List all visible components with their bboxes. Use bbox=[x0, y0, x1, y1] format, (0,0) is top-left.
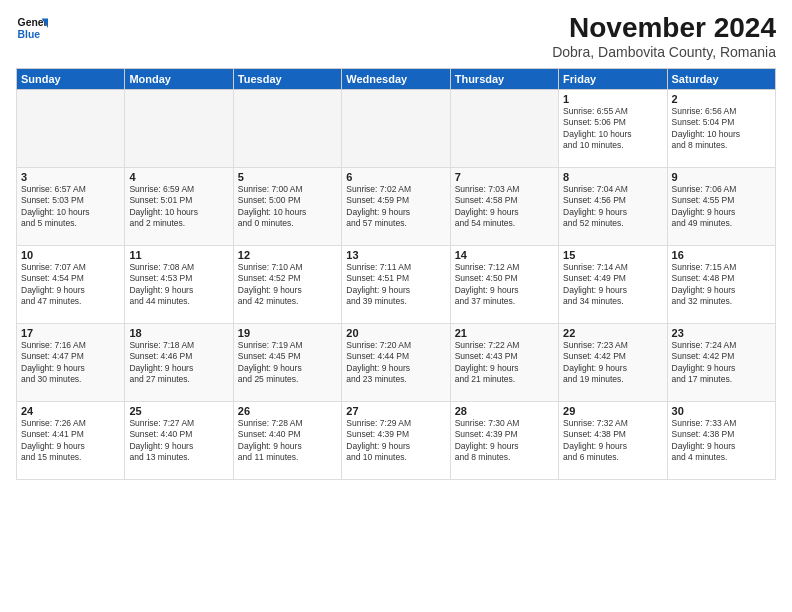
calendar-cell: 15Sunrise: 7:14 AM Sunset: 4:49 PM Dayli… bbox=[559, 246, 667, 324]
day-number: 30 bbox=[672, 405, 771, 417]
calendar-week-5: 24Sunrise: 7:26 AM Sunset: 4:41 PM Dayli… bbox=[17, 402, 776, 480]
day-number: 18 bbox=[129, 327, 228, 339]
calendar-cell bbox=[233, 90, 341, 168]
calendar-cell: 3Sunrise: 6:57 AM Sunset: 5:03 PM Daylig… bbox=[17, 168, 125, 246]
subtitle: Dobra, Dambovita County, Romania bbox=[552, 44, 776, 60]
day-detail: Sunrise: 7:33 AM Sunset: 4:38 PM Dayligh… bbox=[672, 418, 771, 464]
day-detail: Sunrise: 7:18 AM Sunset: 4:46 PM Dayligh… bbox=[129, 340, 228, 386]
day-number: 14 bbox=[455, 249, 554, 261]
day-number: 3 bbox=[21, 171, 120, 183]
day-detail: Sunrise: 6:57 AM Sunset: 5:03 PM Dayligh… bbox=[21, 184, 120, 230]
day-number: 28 bbox=[455, 405, 554, 417]
day-detail: Sunrise: 7:32 AM Sunset: 4:38 PM Dayligh… bbox=[563, 418, 662, 464]
day-detail: Sunrise: 7:16 AM Sunset: 4:47 PM Dayligh… bbox=[21, 340, 120, 386]
day-number: 29 bbox=[563, 405, 662, 417]
calendar-cell: 7Sunrise: 7:03 AM Sunset: 4:58 PM Daylig… bbox=[450, 168, 558, 246]
calendar-cell: 14Sunrise: 7:12 AM Sunset: 4:50 PM Dayli… bbox=[450, 246, 558, 324]
title-block: November 2024 Dobra, Dambovita County, R… bbox=[552, 12, 776, 60]
calendar-cell bbox=[342, 90, 450, 168]
day-detail: Sunrise: 7:26 AM Sunset: 4:41 PM Dayligh… bbox=[21, 418, 120, 464]
day-number: 26 bbox=[238, 405, 337, 417]
day-number: 5 bbox=[238, 171, 337, 183]
day-detail: Sunrise: 7:07 AM Sunset: 4:54 PM Dayligh… bbox=[21, 262, 120, 308]
weekday-header-row: SundayMondayTuesdayWednesdayThursdayFrid… bbox=[17, 69, 776, 90]
day-detail: Sunrise: 7:30 AM Sunset: 4:39 PM Dayligh… bbox=[455, 418, 554, 464]
day-number: 20 bbox=[346, 327, 445, 339]
logo: General Blue bbox=[16, 12, 48, 44]
calendar-cell: 11Sunrise: 7:08 AM Sunset: 4:53 PM Dayli… bbox=[125, 246, 233, 324]
calendar-cell: 26Sunrise: 7:28 AM Sunset: 4:40 PM Dayli… bbox=[233, 402, 341, 480]
day-detail: Sunrise: 7:23 AM Sunset: 4:42 PM Dayligh… bbox=[563, 340, 662, 386]
weekday-header-monday: Monday bbox=[125, 69, 233, 90]
day-number: 1 bbox=[563, 93, 662, 105]
day-number: 4 bbox=[129, 171, 228, 183]
weekday-header-sunday: Sunday bbox=[17, 69, 125, 90]
day-detail: Sunrise: 7:03 AM Sunset: 4:58 PM Dayligh… bbox=[455, 184, 554, 230]
calendar-week-2: 3Sunrise: 6:57 AM Sunset: 5:03 PM Daylig… bbox=[17, 168, 776, 246]
calendar-cell: 9Sunrise: 7:06 AM Sunset: 4:55 PM Daylig… bbox=[667, 168, 775, 246]
day-detail: Sunrise: 7:11 AM Sunset: 4:51 PM Dayligh… bbox=[346, 262, 445, 308]
day-number: 27 bbox=[346, 405, 445, 417]
calendar-cell bbox=[450, 90, 558, 168]
calendar-cell: 23Sunrise: 7:24 AM Sunset: 4:42 PM Dayli… bbox=[667, 324, 775, 402]
day-detail: Sunrise: 7:20 AM Sunset: 4:44 PM Dayligh… bbox=[346, 340, 445, 386]
weekday-header-saturday: Saturday bbox=[667, 69, 775, 90]
calendar-cell: 24Sunrise: 7:26 AM Sunset: 4:41 PM Dayli… bbox=[17, 402, 125, 480]
weekday-header-tuesday: Tuesday bbox=[233, 69, 341, 90]
day-number: 25 bbox=[129, 405, 228, 417]
day-detail: Sunrise: 7:14 AM Sunset: 4:49 PM Dayligh… bbox=[563, 262, 662, 308]
day-number: 23 bbox=[672, 327, 771, 339]
day-detail: Sunrise: 7:10 AM Sunset: 4:52 PM Dayligh… bbox=[238, 262, 337, 308]
day-number: 8 bbox=[563, 171, 662, 183]
calendar-cell: 21Sunrise: 7:22 AM Sunset: 4:43 PM Dayli… bbox=[450, 324, 558, 402]
weekday-header-friday: Friday bbox=[559, 69, 667, 90]
day-number: 2 bbox=[672, 93, 771, 105]
calendar-cell bbox=[125, 90, 233, 168]
calendar-cell: 30Sunrise: 7:33 AM Sunset: 4:38 PM Dayli… bbox=[667, 402, 775, 480]
day-number: 11 bbox=[129, 249, 228, 261]
day-detail: Sunrise: 7:12 AM Sunset: 4:50 PM Dayligh… bbox=[455, 262, 554, 308]
calendar-week-3: 10Sunrise: 7:07 AM Sunset: 4:54 PM Dayli… bbox=[17, 246, 776, 324]
calendar-cell: 13Sunrise: 7:11 AM Sunset: 4:51 PM Dayli… bbox=[342, 246, 450, 324]
day-number: 12 bbox=[238, 249, 337, 261]
day-number: 7 bbox=[455, 171, 554, 183]
weekday-header-wednesday: Wednesday bbox=[342, 69, 450, 90]
day-number: 13 bbox=[346, 249, 445, 261]
day-detail: Sunrise: 6:59 AM Sunset: 5:01 PM Dayligh… bbox=[129, 184, 228, 230]
day-number: 17 bbox=[21, 327, 120, 339]
day-detail: Sunrise: 7:29 AM Sunset: 4:39 PM Dayligh… bbox=[346, 418, 445, 464]
day-detail: Sunrise: 7:02 AM Sunset: 4:59 PM Dayligh… bbox=[346, 184, 445, 230]
day-detail: Sunrise: 7:27 AM Sunset: 4:40 PM Dayligh… bbox=[129, 418, 228, 464]
calendar-cell: 4Sunrise: 6:59 AM Sunset: 5:01 PM Daylig… bbox=[125, 168, 233, 246]
main-title: November 2024 bbox=[552, 12, 776, 44]
calendar-cell: 2Sunrise: 6:56 AM Sunset: 5:04 PM Daylig… bbox=[667, 90, 775, 168]
page-header: General Blue November 2024 Dobra, Dambov… bbox=[16, 12, 776, 60]
day-number: 10 bbox=[21, 249, 120, 261]
day-detail: Sunrise: 7:00 AM Sunset: 5:00 PM Dayligh… bbox=[238, 184, 337, 230]
day-number: 9 bbox=[672, 171, 771, 183]
calendar-cell: 1Sunrise: 6:55 AM Sunset: 5:06 PM Daylig… bbox=[559, 90, 667, 168]
calendar-table: SundayMondayTuesdayWednesdayThursdayFrid… bbox=[16, 68, 776, 480]
svg-text:Blue: Blue bbox=[18, 29, 41, 40]
day-detail: Sunrise: 7:19 AM Sunset: 4:45 PM Dayligh… bbox=[238, 340, 337, 386]
weekday-header-thursday: Thursday bbox=[450, 69, 558, 90]
day-detail: Sunrise: 6:55 AM Sunset: 5:06 PM Dayligh… bbox=[563, 106, 662, 152]
day-number: 21 bbox=[455, 327, 554, 339]
day-detail: Sunrise: 7:24 AM Sunset: 4:42 PM Dayligh… bbox=[672, 340, 771, 386]
calendar-cell: 10Sunrise: 7:07 AM Sunset: 4:54 PM Dayli… bbox=[17, 246, 125, 324]
calendar-cell: 19Sunrise: 7:19 AM Sunset: 4:45 PM Dayli… bbox=[233, 324, 341, 402]
calendar-week-4: 17Sunrise: 7:16 AM Sunset: 4:47 PM Dayli… bbox=[17, 324, 776, 402]
calendar-cell: 5Sunrise: 7:00 AM Sunset: 5:00 PM Daylig… bbox=[233, 168, 341, 246]
day-number: 15 bbox=[563, 249, 662, 261]
day-detail: Sunrise: 7:28 AM Sunset: 4:40 PM Dayligh… bbox=[238, 418, 337, 464]
day-number: 16 bbox=[672, 249, 771, 261]
calendar-cell: 22Sunrise: 7:23 AM Sunset: 4:42 PM Dayli… bbox=[559, 324, 667, 402]
calendar-cell: 12Sunrise: 7:10 AM Sunset: 4:52 PM Dayli… bbox=[233, 246, 341, 324]
day-number: 24 bbox=[21, 405, 120, 417]
calendar-cell: 29Sunrise: 7:32 AM Sunset: 4:38 PM Dayli… bbox=[559, 402, 667, 480]
day-detail: Sunrise: 7:08 AM Sunset: 4:53 PM Dayligh… bbox=[129, 262, 228, 308]
calendar-cell: 20Sunrise: 7:20 AM Sunset: 4:44 PM Dayli… bbox=[342, 324, 450, 402]
day-detail: Sunrise: 6:56 AM Sunset: 5:04 PM Dayligh… bbox=[672, 106, 771, 152]
calendar-cell: 18Sunrise: 7:18 AM Sunset: 4:46 PM Dayli… bbox=[125, 324, 233, 402]
logo-icon: General Blue bbox=[16, 12, 48, 44]
